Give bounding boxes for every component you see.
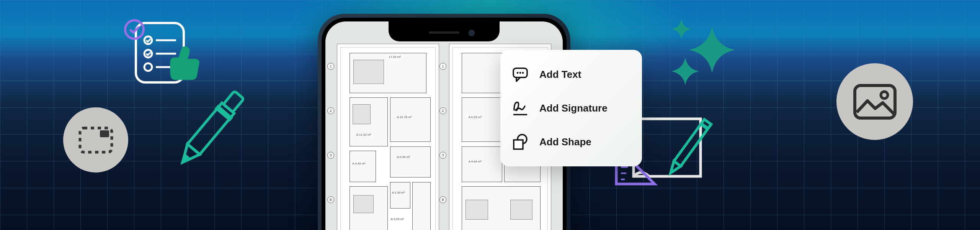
dashed-rect-icon [78, 126, 114, 154]
menu-label: Add Text [539, 69, 581, 80]
phone-notch [389, 21, 500, 41]
svg-rect-27 [855, 85, 895, 118]
svg-point-15 [519, 72, 521, 74]
svg-rect-12 [214, 105, 233, 122]
svg-point-3 [144, 36, 152, 44]
comment-icon [511, 65, 529, 84]
svg-point-9 [125, 20, 144, 39]
svg-point-16 [522, 72, 524, 74]
context-menu: Add Text Add Signature Add Shape [500, 50, 642, 166]
sparkle-icon [658, 12, 746, 101]
pen-icon [168, 77, 253, 182]
menu-item-add-shape[interactable]: Add Shape [511, 125, 631, 159]
shape-icon [511, 133, 529, 151]
menu-label: Add Shape [539, 136, 591, 148]
svg-point-4 [144, 50, 152, 58]
image-icon [853, 84, 897, 120]
menu-item-add-signature[interactable]: Add Signature [511, 91, 631, 125]
signature-icon [511, 99, 529, 117]
floor-plan-left: 123BA 17.26 m² A 10.78 m² A 11.92 m² A 9… [337, 44, 439, 230]
svg-rect-20 [634, 119, 701, 176]
image-badge [836, 63, 913, 140]
svg-rect-10 [224, 91, 244, 112]
svg-point-5 [144, 63, 152, 71]
svg-rect-19 [514, 140, 523, 149]
dashed-rect-badge [63, 107, 128, 172]
svg-rect-1 [100, 130, 109, 137]
svg-point-14 [517, 72, 519, 74]
svg-point-28 [881, 92, 888, 99]
svg-rect-11 [188, 103, 234, 154]
menu-item-add-text[interactable]: Add Text [511, 58, 631, 91]
menu-label: Add Signature [539, 102, 608, 114]
